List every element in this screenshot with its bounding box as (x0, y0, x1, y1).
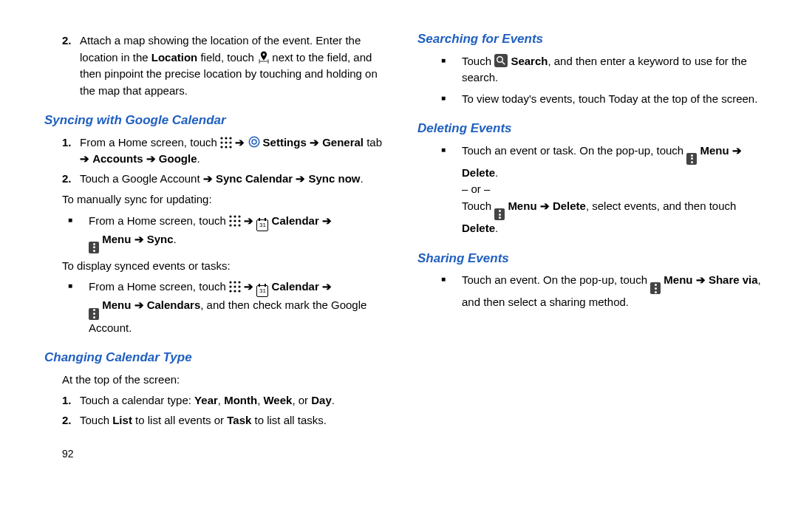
svg-point-17 (229, 224, 231, 226)
svg-point-18 (233, 224, 236, 226)
list-item: 2. Attach a map showing the location of … (62, 33, 388, 99)
text: Touch (462, 200, 494, 212)
text: From a Home screen, touch (89, 214, 229, 227)
svg-point-9 (250, 137, 260, 147)
apps-grid-icon (229, 281, 241, 293)
text: , select events, and then touch (586, 200, 736, 212)
menu-dots-icon (494, 208, 505, 220)
para: To manually sync for updating: (62, 191, 388, 208)
svg-point-20 (229, 282, 231, 284)
svg-point-27 (233, 290, 236, 293)
arrow-icon: ➔ (203, 172, 213, 185)
svg-point-29 (497, 56, 503, 62)
svg-point-28 (238, 290, 240, 293)
svg-point-8 (229, 146, 231, 148)
text: field, touch (197, 51, 257, 64)
bold: Location (151, 51, 198, 64)
text: to list all tasks. (251, 414, 327, 426)
svg-point-0 (220, 137, 222, 139)
arrow-icon: ➔ (696, 273, 706, 286)
map-pin-icon (257, 50, 269, 62)
number-label: 1. (62, 134, 72, 151)
svg-point-16 (238, 219, 240, 222)
arrow-icon: ➔ (244, 214, 253, 227)
list-item: 1. Touch a calendar type: Year, Month, W… (62, 392, 388, 409)
page: 2. Attach a map showing the location of … (0, 0, 798, 477)
bold: Menu (102, 299, 131, 311)
bold: Delete (462, 222, 495, 234)
bold: Calendar (272, 214, 319, 227)
arrow-icon: ➔ (540, 200, 550, 212)
arrow-icon: ➔ (322, 214, 332, 227)
settings-gear-icon (248, 135, 259, 147)
arrow-icon: ➔ (146, 152, 156, 165)
svg-point-11 (229, 215, 231, 217)
arrow-icon: ➔ (134, 299, 144, 311)
page-number: 92 (62, 446, 388, 462)
text: tab (364, 136, 382, 149)
arrow-icon: ➔ (134, 233, 144, 245)
right-column: Searching for Events Touch Search, and t… (417, 30, 761, 462)
apps-grid-icon (229, 215, 241, 227)
heading-changing: Changing Calendar Type (44, 348, 388, 367)
arrow-icon: ➔ (80, 152, 89, 165)
list-item: 2. Touch a Google Account ➔ Sync Calenda… (62, 171, 388, 188)
arrow-icon: ➔ (322, 280, 332, 293)
arrow-icon: ➔ (732, 144, 742, 157)
svg-point-15 (233, 219, 236, 222)
bullet-list: Touch an event. On the pop-up, touch Men… (417, 272, 761, 311)
svg-point-3 (220, 141, 222, 143)
calendar-icon: 31 (256, 285, 268, 297)
left-column: 2. Attach a map showing the location of … (44, 30, 388, 462)
svg-point-13 (238, 215, 240, 217)
bold: Sync Calendar (216, 172, 293, 185)
bold: Delete (462, 166, 495, 179)
bold: Menu (508, 200, 536, 212)
list-item: 1. From a Home screen, touch ➔ Settings … (62, 134, 388, 168)
para: At the top of the screen: (62, 372, 388, 389)
numbered-list-caltype: 1. Touch a calendar type: Year, Month, W… (44, 392, 388, 429)
number-label: 2. (62, 412, 72, 429)
bold: Task (227, 414, 251, 426)
arrow-icon: ➔ (296, 172, 305, 185)
heading-sharing: Sharing Events (417, 249, 761, 268)
text: – or – (462, 183, 490, 195)
menu-dots-icon (89, 308, 99, 320)
bold: Accounts (92, 152, 143, 165)
heading-syncing: Syncing with Google Calendar (44, 111, 388, 130)
svg-point-22 (238, 282, 240, 284)
bold: Menu (700, 144, 729, 157)
bold: Year (194, 394, 218, 406)
text: Touch an event or task. On the pop-up, t… (462, 144, 686, 157)
list-item: Touch an event or task. On the pop-up, t… (435, 143, 761, 237)
svg-point-4 (225, 141, 227, 143)
svg-point-19 (238, 224, 240, 226)
numbered-list-top: 2. Attach a map showing the location of … (44, 33, 388, 99)
bold: List (112, 414, 132, 426)
bold: Week (263, 394, 292, 406)
svg-point-25 (238, 286, 240, 288)
svg-line-30 (502, 61, 505, 64)
bold: Sync (147, 233, 174, 245)
svg-point-10 (252, 140, 256, 144)
arrow-icon: ➔ (310, 136, 319, 149)
bullet-list: Touch Search, and then enter a keyword t… (417, 53, 761, 108)
bold: Calendar (272, 280, 319, 293)
bold: Settings (263, 136, 307, 149)
arrow-icon: ➔ (244, 280, 253, 293)
bold: Search (511, 55, 548, 67)
bullet-list: From a Home screen, touch ➔ 31 Calendar … (44, 279, 388, 336)
text: to list all events or (132, 414, 227, 426)
number-label: 2. (62, 171, 72, 188)
numbered-list-sync: 1. From a Home screen, touch ➔ Settings … (44, 134, 388, 188)
bold: Calendars (147, 299, 201, 311)
svg-point-2 (229, 137, 231, 139)
text: Touch (462, 55, 494, 67)
search-icon (494, 54, 508, 67)
text: Touch a Google Account (80, 172, 203, 185)
text: Touch a calendar type: (80, 394, 194, 406)
list-item: 2. Touch List to list all events or Task… (62, 412, 388, 429)
para: To display synced events or tasks: (62, 258, 388, 275)
heading-deleting: Deleting Events (417, 119, 761, 138)
svg-point-24 (233, 286, 236, 288)
